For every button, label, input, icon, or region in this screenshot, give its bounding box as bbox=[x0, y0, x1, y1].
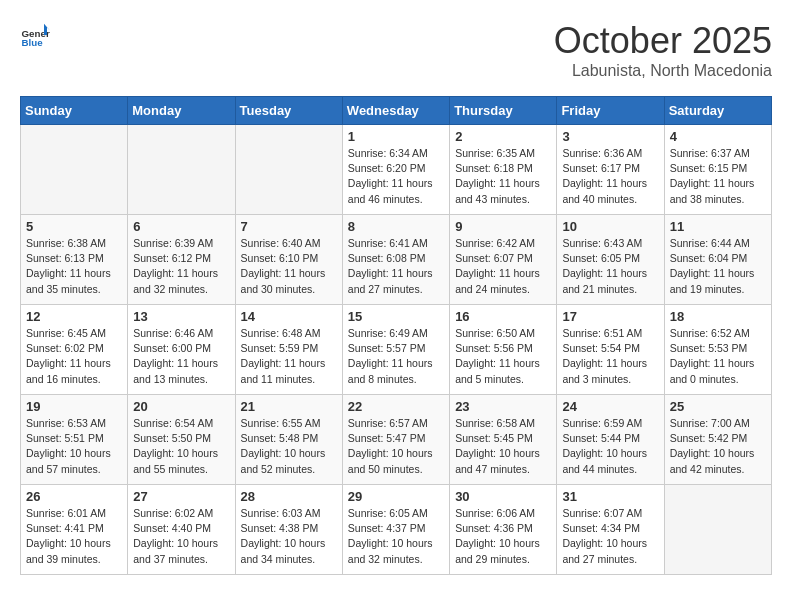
day-number: 18 bbox=[670, 309, 766, 324]
calendar-day-cell bbox=[235, 125, 342, 215]
calendar-day-cell: 28Sunrise: 6:03 AM Sunset: 4:38 PM Dayli… bbox=[235, 485, 342, 575]
day-number: 2 bbox=[455, 129, 551, 144]
day-number: 17 bbox=[562, 309, 658, 324]
day-info: Sunrise: 6:53 AM Sunset: 5:51 PM Dayligh… bbox=[26, 416, 122, 477]
calendar-week-row: 19Sunrise: 6:53 AM Sunset: 5:51 PM Dayli… bbox=[21, 395, 772, 485]
day-number: 19 bbox=[26, 399, 122, 414]
calendar-day-cell: 10Sunrise: 6:43 AM Sunset: 6:05 PM Dayli… bbox=[557, 215, 664, 305]
calendar-day-cell: 31Sunrise: 6:07 AM Sunset: 4:34 PM Dayli… bbox=[557, 485, 664, 575]
day-number: 30 bbox=[455, 489, 551, 504]
day-info: Sunrise: 6:45 AM Sunset: 6:02 PM Dayligh… bbox=[26, 326, 122, 387]
day-number: 7 bbox=[241, 219, 337, 234]
day-number: 13 bbox=[133, 309, 229, 324]
svg-text:Blue: Blue bbox=[22, 37, 44, 48]
calendar-table: SundayMondayTuesdayWednesdayThursdayFrid… bbox=[20, 96, 772, 575]
day-number: 22 bbox=[348, 399, 444, 414]
calendar-day-cell: 24Sunrise: 6:59 AM Sunset: 5:44 PM Dayli… bbox=[557, 395, 664, 485]
day-info: Sunrise: 6:36 AM Sunset: 6:17 PM Dayligh… bbox=[562, 146, 658, 207]
calendar-week-row: 12Sunrise: 6:45 AM Sunset: 6:02 PM Dayli… bbox=[21, 305, 772, 395]
calendar-day-cell: 2Sunrise: 6:35 AM Sunset: 6:18 PM Daylig… bbox=[450, 125, 557, 215]
day-info: Sunrise: 6:44 AM Sunset: 6:04 PM Dayligh… bbox=[670, 236, 766, 297]
day-number: 16 bbox=[455, 309, 551, 324]
weekday-header: Tuesday bbox=[235, 97, 342, 125]
page-header: General Blue October 2025 Labunista, Nor… bbox=[20, 20, 772, 80]
day-info: Sunrise: 6:57 AM Sunset: 5:47 PM Dayligh… bbox=[348, 416, 444, 477]
calendar-day-cell: 16Sunrise: 6:50 AM Sunset: 5:56 PM Dayli… bbox=[450, 305, 557, 395]
calendar-day-cell: 4Sunrise: 6:37 AM Sunset: 6:15 PM Daylig… bbox=[664, 125, 771, 215]
calendar-day-cell: 15Sunrise: 6:49 AM Sunset: 5:57 PM Dayli… bbox=[342, 305, 449, 395]
day-number: 6 bbox=[133, 219, 229, 234]
calendar-day-cell: 26Sunrise: 6:01 AM Sunset: 4:41 PM Dayli… bbox=[21, 485, 128, 575]
calendar-day-cell: 17Sunrise: 6:51 AM Sunset: 5:54 PM Dayli… bbox=[557, 305, 664, 395]
day-info: Sunrise: 6:51 AM Sunset: 5:54 PM Dayligh… bbox=[562, 326, 658, 387]
calendar-day-cell: 20Sunrise: 6:54 AM Sunset: 5:50 PM Dayli… bbox=[128, 395, 235, 485]
calendar-day-cell: 21Sunrise: 6:55 AM Sunset: 5:48 PM Dayli… bbox=[235, 395, 342, 485]
calendar-week-row: 5Sunrise: 6:38 AM Sunset: 6:13 PM Daylig… bbox=[21, 215, 772, 305]
day-number: 29 bbox=[348, 489, 444, 504]
calendar-day-cell: 18Sunrise: 6:52 AM Sunset: 5:53 PM Dayli… bbox=[664, 305, 771, 395]
day-number: 5 bbox=[26, 219, 122, 234]
day-info: Sunrise: 6:55 AM Sunset: 5:48 PM Dayligh… bbox=[241, 416, 337, 477]
calendar-day-cell: 12Sunrise: 6:45 AM Sunset: 6:02 PM Dayli… bbox=[21, 305, 128, 395]
day-info: Sunrise: 6:35 AM Sunset: 6:18 PM Dayligh… bbox=[455, 146, 551, 207]
day-info: Sunrise: 6:58 AM Sunset: 5:45 PM Dayligh… bbox=[455, 416, 551, 477]
day-number: 10 bbox=[562, 219, 658, 234]
day-info: Sunrise: 6:39 AM Sunset: 6:12 PM Dayligh… bbox=[133, 236, 229, 297]
day-number: 23 bbox=[455, 399, 551, 414]
calendar-day-cell: 7Sunrise: 6:40 AM Sunset: 6:10 PM Daylig… bbox=[235, 215, 342, 305]
day-info: Sunrise: 6:05 AM Sunset: 4:37 PM Dayligh… bbox=[348, 506, 444, 567]
calendar-day-cell: 25Sunrise: 7:00 AM Sunset: 5:42 PM Dayli… bbox=[664, 395, 771, 485]
day-info: Sunrise: 6:50 AM Sunset: 5:56 PM Dayligh… bbox=[455, 326, 551, 387]
day-number: 25 bbox=[670, 399, 766, 414]
calendar-day-cell bbox=[128, 125, 235, 215]
day-info: Sunrise: 6:52 AM Sunset: 5:53 PM Dayligh… bbox=[670, 326, 766, 387]
month-title: October 2025 bbox=[554, 20, 772, 62]
calendar-day-cell bbox=[664, 485, 771, 575]
calendar-day-cell: 14Sunrise: 6:48 AM Sunset: 5:59 PM Dayli… bbox=[235, 305, 342, 395]
weekday-header: Wednesday bbox=[342, 97, 449, 125]
day-info: Sunrise: 6:37 AM Sunset: 6:15 PM Dayligh… bbox=[670, 146, 766, 207]
day-info: Sunrise: 6:43 AM Sunset: 6:05 PM Dayligh… bbox=[562, 236, 658, 297]
calendar-day-cell: 5Sunrise: 6:38 AM Sunset: 6:13 PM Daylig… bbox=[21, 215, 128, 305]
calendar-day-cell: 19Sunrise: 6:53 AM Sunset: 5:51 PM Dayli… bbox=[21, 395, 128, 485]
calendar-day-cell: 8Sunrise: 6:41 AM Sunset: 6:08 PM Daylig… bbox=[342, 215, 449, 305]
day-number: 28 bbox=[241, 489, 337, 504]
weekday-header: Thursday bbox=[450, 97, 557, 125]
day-number: 27 bbox=[133, 489, 229, 504]
day-info: Sunrise: 6:06 AM Sunset: 4:36 PM Dayligh… bbox=[455, 506, 551, 567]
day-number: 12 bbox=[26, 309, 122, 324]
weekday-header: Sunday bbox=[21, 97, 128, 125]
calendar-day-cell: 3Sunrise: 6:36 AM Sunset: 6:17 PM Daylig… bbox=[557, 125, 664, 215]
calendar-day-cell: 29Sunrise: 6:05 AM Sunset: 4:37 PM Dayli… bbox=[342, 485, 449, 575]
day-number: 4 bbox=[670, 129, 766, 144]
day-info: Sunrise: 6:03 AM Sunset: 4:38 PM Dayligh… bbox=[241, 506, 337, 567]
calendar-day-cell: 23Sunrise: 6:58 AM Sunset: 5:45 PM Dayli… bbox=[450, 395, 557, 485]
day-number: 9 bbox=[455, 219, 551, 234]
day-info: Sunrise: 6:02 AM Sunset: 4:40 PM Dayligh… bbox=[133, 506, 229, 567]
day-info: Sunrise: 6:54 AM Sunset: 5:50 PM Dayligh… bbox=[133, 416, 229, 477]
logo-icon: General Blue bbox=[20, 20, 50, 50]
day-number: 21 bbox=[241, 399, 337, 414]
day-number: 11 bbox=[670, 219, 766, 234]
day-info: Sunrise: 6:38 AM Sunset: 6:13 PM Dayligh… bbox=[26, 236, 122, 297]
day-info: Sunrise: 6:40 AM Sunset: 6:10 PM Dayligh… bbox=[241, 236, 337, 297]
day-info: Sunrise: 6:46 AM Sunset: 6:00 PM Dayligh… bbox=[133, 326, 229, 387]
calendar-header-row: SundayMondayTuesdayWednesdayThursdayFrid… bbox=[21, 97, 772, 125]
weekday-header: Friday bbox=[557, 97, 664, 125]
day-info: Sunrise: 6:41 AM Sunset: 6:08 PM Dayligh… bbox=[348, 236, 444, 297]
calendar-week-row: 1Sunrise: 6:34 AM Sunset: 6:20 PM Daylig… bbox=[21, 125, 772, 215]
day-number: 15 bbox=[348, 309, 444, 324]
day-info: Sunrise: 6:42 AM Sunset: 6:07 PM Dayligh… bbox=[455, 236, 551, 297]
day-info: Sunrise: 6:01 AM Sunset: 4:41 PM Dayligh… bbox=[26, 506, 122, 567]
calendar-day-cell: 1Sunrise: 6:34 AM Sunset: 6:20 PM Daylig… bbox=[342, 125, 449, 215]
day-info: Sunrise: 6:49 AM Sunset: 5:57 PM Dayligh… bbox=[348, 326, 444, 387]
day-info: Sunrise: 6:48 AM Sunset: 5:59 PM Dayligh… bbox=[241, 326, 337, 387]
calendar-day-cell: 30Sunrise: 6:06 AM Sunset: 4:36 PM Dayli… bbox=[450, 485, 557, 575]
calendar-day-cell: 9Sunrise: 6:42 AM Sunset: 6:07 PM Daylig… bbox=[450, 215, 557, 305]
calendar-day-cell: 27Sunrise: 6:02 AM Sunset: 4:40 PM Dayli… bbox=[128, 485, 235, 575]
weekday-header: Saturday bbox=[664, 97, 771, 125]
day-number: 31 bbox=[562, 489, 658, 504]
day-info: Sunrise: 7:00 AM Sunset: 5:42 PM Dayligh… bbox=[670, 416, 766, 477]
day-info: Sunrise: 6:59 AM Sunset: 5:44 PM Dayligh… bbox=[562, 416, 658, 477]
day-number: 14 bbox=[241, 309, 337, 324]
